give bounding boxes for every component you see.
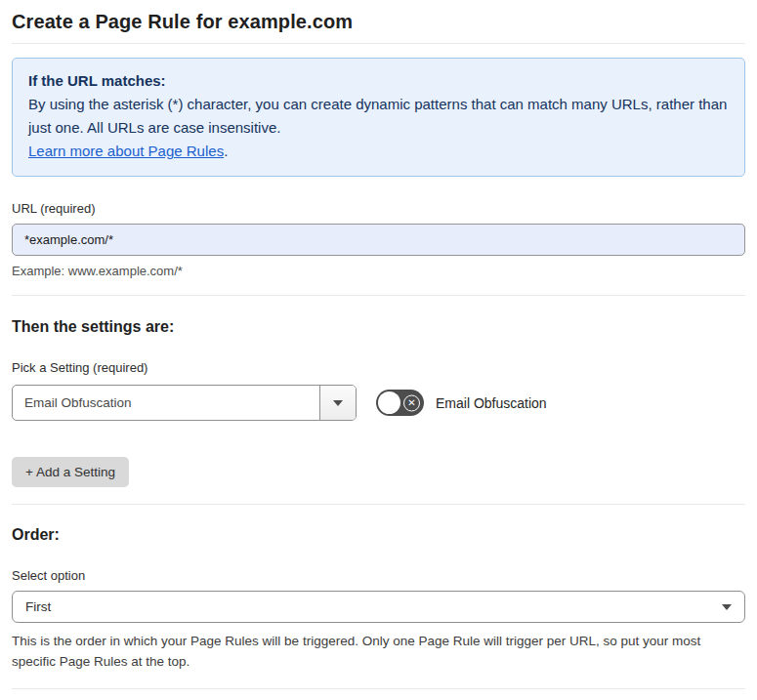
email-obfuscation-toggle[interactable]: ✕ bbox=[376, 390, 424, 416]
setting-select-arrow-button[interactable] bbox=[319, 386, 356, 420]
setting-select[interactable]: Email Obfuscation bbox=[12, 385, 357, 421]
toggle-knob bbox=[378, 391, 400, 414]
pick-setting-label: Pick a Setting (required) bbox=[12, 360, 745, 375]
link-suffix: . bbox=[224, 143, 228, 159]
setting-picker-row: Email Obfuscation ✕ Email Obfuscation bbox=[12, 385, 745, 421]
url-match-info-box: If the URL matches: By using the asteris… bbox=[12, 58, 745, 177]
page-title: Create a Page Rule for example.com bbox=[12, 0, 745, 33]
order-section-heading: Order: bbox=[12, 526, 745, 544]
order-select-label: Select option bbox=[12, 568, 745, 583]
x-glyph: ✕ bbox=[407, 398, 415, 408]
url-example-text: Example: www.example.com/* bbox=[12, 264, 745, 278]
toggle-label: Email Obfuscation bbox=[436, 395, 547, 411]
add-setting-button[interactable]: + Add a Setting bbox=[12, 457, 129, 487]
page-rule-form: Create a Page Rule for example.com If th… bbox=[0, 0, 757, 700]
info-box-heading: If the URL matches: bbox=[28, 69, 729, 93]
learn-more-link[interactable]: Learn more about Page Rules bbox=[28, 143, 224, 159]
url-field-label: URL (required) bbox=[12, 201, 745, 216]
caret-down-icon bbox=[722, 604, 732, 610]
order-select-value: First bbox=[25, 599, 51, 614]
caret-down-icon bbox=[333, 400, 343, 406]
url-input[interactable] bbox=[12, 224, 745, 256]
settings-section-heading: Then the settings are: bbox=[12, 318, 745, 336]
info-box-body: By using the asterisk (*) character, you… bbox=[28, 93, 729, 140]
footer-divider bbox=[12, 688, 745, 689]
setting-select-value: Email Obfuscation bbox=[13, 386, 319, 420]
info-box-link-line: Learn more about Page Rules. bbox=[28, 140, 729, 163]
order-help-text: This is the order in which your Page Rul… bbox=[12, 631, 745, 672]
order-select[interactable]: First bbox=[12, 591, 745, 623]
section-divider bbox=[12, 295, 745, 296]
title-divider bbox=[12, 43, 745, 44]
x-circle-icon: ✕ bbox=[403, 394, 420, 411]
section-divider bbox=[12, 504, 745, 505]
